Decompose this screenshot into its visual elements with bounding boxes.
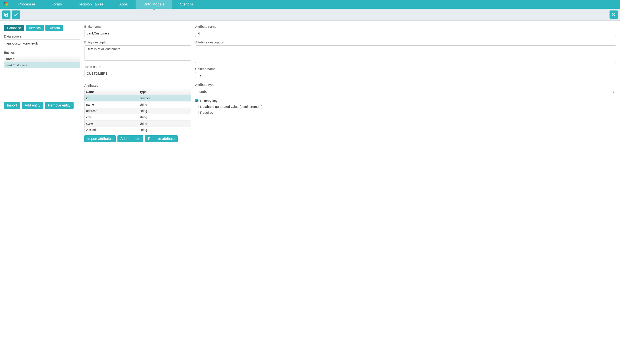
add-attribute-button[interactable]: Add attribute xyxy=(117,135,143,142)
attributes-header-name: Name xyxy=(84,89,138,95)
data-source-label: Data source xyxy=(4,34,80,38)
entity-desc-input[interactable]: Details of all customers xyxy=(84,46,191,61)
attribute-row[interactable]: namestring xyxy=(84,102,191,108)
column-name-label: Column name xyxy=(195,67,616,71)
attr-desc-input[interactable] xyxy=(195,46,616,63)
nav-decision-tables[interactable]: Decision Tables xyxy=(70,0,111,9)
top-nav: ProcessesFormsDecision TablesAppsData Mo… xyxy=(0,0,620,9)
save-icon xyxy=(4,12,9,17)
tab-alfresco[interactable]: Alfresco xyxy=(26,25,44,31)
attr-name-input[interactable] xyxy=(195,30,616,37)
remove-entity-button[interactable]: Remove entity xyxy=(45,102,74,109)
data-source-select[interactable]: aps-custom-oracle-db xyxy=(4,40,80,47)
attributes-header-type: Type xyxy=(138,89,191,95)
nav-forms[interactable]: Forms xyxy=(44,0,70,9)
attribute-row[interactable]: statestring xyxy=(84,121,191,127)
entities-list: Name bankCustomers xyxy=(4,56,80,99)
app-logo xyxy=(1,0,9,8)
save-button[interactable] xyxy=(2,11,11,19)
table-name-input[interactable] xyxy=(84,70,191,77)
attributes-table: Name Type idnumbernamestringaddressstrin… xyxy=(84,89,191,133)
toolbar xyxy=(0,9,620,21)
attributes-label: Attributes xyxy=(84,84,191,87)
entities-header: Name xyxy=(4,56,80,62)
tab-database[interactable]: Database xyxy=(4,25,24,31)
nav-apps[interactable]: Apps xyxy=(111,0,136,9)
datasource-type-tabs: DatabaseAlfrescoCustom xyxy=(4,25,80,31)
primary-key-label[interactable]: Primary key xyxy=(200,99,217,103)
attribute-row[interactable]: zipCodestring xyxy=(84,127,191,133)
attr-type-select[interactable]: number xyxy=(195,88,616,95)
attr-name-label: Attribute name xyxy=(195,25,616,28)
attr-type-label: Attribute type xyxy=(195,83,616,86)
required-checkbox[interactable] xyxy=(195,111,199,114)
nav-stencils[interactable]: Stencils xyxy=(172,0,201,9)
attr-desc-label: Attribute description xyxy=(195,40,616,44)
close-button[interactable] xyxy=(609,11,618,19)
entity-desc-label: Entity description xyxy=(84,40,191,44)
check-icon xyxy=(14,12,18,17)
autoincrement-label[interactable]: Database generated value (autoincrement) xyxy=(200,105,263,108)
nav-data-models[interactable]: Data Models xyxy=(136,0,172,9)
tab-custom[interactable]: Custom xyxy=(46,25,63,31)
validate-button[interactable] xyxy=(12,11,20,19)
close-icon xyxy=(611,12,616,17)
attribute-row[interactable]: idnumber xyxy=(84,95,191,102)
entities-label: Entities xyxy=(4,51,80,54)
column-name-input[interactable] xyxy=(195,72,616,79)
add-entity-button[interactable]: Add entity xyxy=(22,102,43,109)
autoincrement-checkbox[interactable] xyxy=(195,105,199,108)
import-attributes-button[interactable]: Import attributes xyxy=(84,135,116,142)
entity-row[interactable]: bankCustomers xyxy=(4,62,80,68)
remove-attribute-button[interactable]: Remove attribute xyxy=(145,135,178,142)
primary-key-checkbox[interactable] xyxy=(195,99,199,102)
entity-name-label: Entity name xyxy=(84,25,191,28)
attribute-row[interactable]: citystring xyxy=(84,114,191,121)
import-entity-button[interactable]: Import xyxy=(4,102,20,109)
required-label[interactable]: Required xyxy=(200,111,214,114)
entity-name-input[interactable] xyxy=(84,30,191,37)
table-name-label: Table name xyxy=(84,65,191,69)
nav-processes[interactable]: Processes xyxy=(11,0,44,9)
attribute-row[interactable]: addressstring xyxy=(84,108,191,114)
